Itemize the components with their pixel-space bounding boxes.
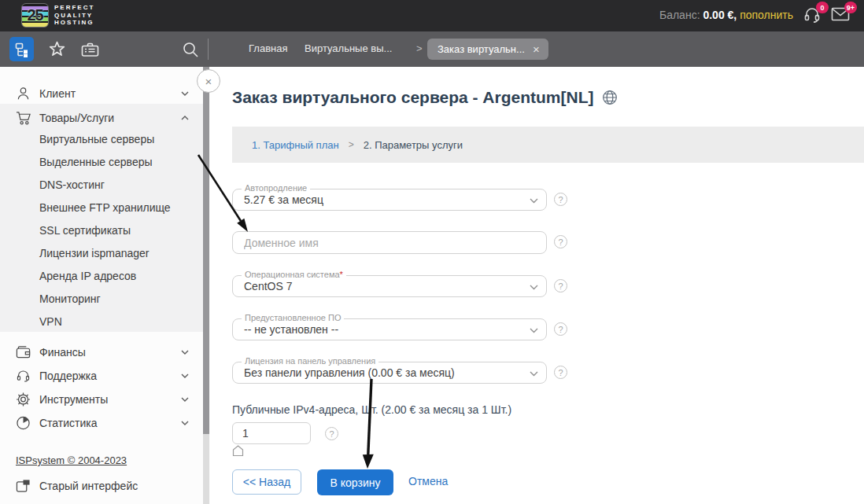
sidebar-item-client[interactable]: Клиент — [0, 82, 203, 105]
old-interface-icon — [16, 479, 31, 493]
sidebar-item-tools[interactable]: Инструменты — [0, 388, 203, 411]
favorites-star-icon[interactable] — [45, 37, 69, 61]
sidebar-item-dedicated-servers[interactable]: Выделенные серверы — [0, 150, 203, 173]
step-chevron-icon: > — [349, 139, 354, 150]
back-button[interactable]: << Назад — [232, 469, 301, 495]
domain-name-input[interactable] — [232, 231, 547, 254]
tab-close-icon[interactable]: × — [533, 43, 540, 55]
gear-icon — [16, 392, 31, 407]
support-headset-icon[interactable]: 0 — [803, 6, 823, 26]
ipv4-count-input[interactable] — [232, 422, 311, 444]
sidebar-item-label: Клиент — [39, 87, 76, 100]
chevron-down-icon — [181, 91, 189, 96]
autorenew-help-icon[interactable]: ? — [554, 193, 567, 206]
sidebar-item-monitoring[interactable]: Мониторинг — [0, 287, 203, 310]
tab-chevron-icon: > — [416, 42, 423, 54]
sidebar-item-finance[interactable]: Финансы — [0, 340, 203, 364]
add-to-cart-button[interactable]: В корзину — [317, 469, 393, 495]
mail-badge: 9+ — [844, 2, 857, 13]
cart-icon — [16, 111, 32, 126]
tab-virtual-servers[interactable]: Виртуальные вы... — [305, 42, 392, 54]
software-value: -- не установлен -- — [244, 319, 524, 340]
logo-number: 25 — [22, 4, 48, 27]
tab-order-active[interactable]: Заказ виртуальн... × — [427, 39, 548, 60]
ipv4-slider-handle[interactable] — [232, 445, 244, 457]
wallet-icon — [16, 345, 31, 359]
ispsystem-copyright-link[interactable]: ISPsystem © 2004-2023 — [16, 454, 127, 466]
globe-icon — [602, 90, 618, 105]
autorenew-select[interactable]: Автопродление 5.27 € за месяц — [232, 189, 547, 211]
order-steps: 1. Тарифный план > 2. Параметры услуги — [232, 127, 864, 163]
balance-label: Баланс: — [659, 9, 700, 21]
page-title: Заказ виртуального сервера - Argentum[NL… — [232, 88, 618, 107]
sidebar-item-vpn[interactable]: VPN — [0, 310, 203, 333]
top-bar: 25 PERFECT QUALITY HOSTING Баланс: 0.00 … — [0, 0, 864, 31]
menu-tree-button[interactable] — [9, 37, 34, 61]
main-content: Заказ виртуального сервера - Argentum[NL… — [210, 67, 864, 504]
sidebar-item-virtual-servers[interactable]: Виртуальные серверы — [0, 127, 203, 150]
cancel-link[interactable]: Отмена — [408, 475, 448, 487]
ipv4-help-icon[interactable]: ? — [325, 427, 338, 440]
sidebar-item-old-interface[interactable]: Старый интерфейс — [0, 474, 203, 498]
mail-icon[interactable]: 9+ — [831, 6, 851, 26]
domain-help-icon[interactable]: ? — [554, 235, 567, 248]
step-params-label: 2. Параметры услуги — [364, 139, 463, 151]
license-select[interactable]: Лицензия на панель управления Без панели… — [232, 362, 547, 384]
sidebar-collapse-button[interactable]: × — [197, 69, 220, 93]
software-help-icon[interactable]: ? — [554, 322, 567, 336]
chevron-down-icon — [181, 373, 189, 378]
license-help-icon[interactable]: ? — [554, 366, 567, 379]
chevron-down-icon — [530, 328, 538, 333]
chevron-down-icon — [181, 397, 189, 402]
sidebar-item-ispmanager-licenses[interactable]: Лицензии ispmanager — [0, 241, 203, 264]
chevron-down-icon — [530, 371, 538, 377]
chevron-up-icon — [181, 116, 189, 120]
software-select[interactable]: Предустановленное ПО -- не установлен -- — [232, 318, 547, 340]
chevron-down-icon — [181, 350, 189, 355]
chevron-down-icon — [530, 285, 538, 290]
sidebar-scrollbar[interactable] — [203, 67, 209, 504]
logo-text: PERFECT QUALITY HOSTING — [54, 4, 94, 27]
pie-chart-icon — [16, 416, 31, 431]
license-value: Без панели управления (0.00 € за месяц) — [244, 362, 524, 384]
sidebar: Клиент Товары/Услуги Виртуальные серверы… — [0, 67, 210, 504]
tab-home[interactable]: Главная — [249, 42, 287, 54]
search-icon[interactable] — [178, 37, 202, 61]
support-badge: 0 — [816, 2, 829, 13]
os-select[interactable]: Операционная система* CentOS 7 — [232, 275, 547, 297]
toolbar-divider — [208, 39, 209, 60]
step-tariff-link[interactable]: 1. Тарифный план — [252, 139, 339, 151]
user-icon — [16, 86, 31, 101]
os-value: CentOS 7 — [244, 276, 524, 297]
briefcase-icon[interactable] — [78, 37, 102, 61]
billing-panel-page: 25 PERFECT QUALITY HOSTING Баланс: 0.00 … — [0, 0, 864, 504]
tab-order-label: Заказ виртуальн... — [438, 43, 525, 55]
sidebar-item-products[interactable]: Товары/Услуги — [0, 106, 203, 130]
headset-icon — [16, 369, 31, 384]
logo-icon: 25 — [21, 3, 49, 28]
sidebar-item-ftp-storage[interactable]: Внешнее FTP хранилище — [0, 196, 203, 219]
chevron-down-icon — [530, 198, 538, 204]
sidebar-item-label: Товары/Услуги — [39, 112, 114, 124]
sidebar-scrollbar-thumb[interactable] — [203, 67, 209, 434]
sidebar-item-dns-hosting[interactable]: DNS-хостинг — [0, 173, 203, 196]
topup-link[interactable]: пополнить — [740, 9, 793, 21]
autorenew-value: 5.27 € за месяц — [244, 189, 524, 211]
toolbar: Главная Виртуальные вы... > Заказ виртуа… — [0, 31, 864, 67]
sidebar-item-ip-rent[interactable]: Аренда IP адресов — [0, 264, 203, 287]
os-help-icon[interactable]: ? — [554, 279, 567, 292]
balance-area: Баланс: 0.00 €, пополнить — [659, 9, 793, 21]
balance-value: 0.00 €, — [703, 9, 737, 21]
ipv4-count-label: Публичные IPv4-адреса, Шт. (2.00 € за ме… — [232, 403, 511, 416]
company-logo: 25 PERFECT QUALITY HOSTING — [21, 3, 94, 28]
sidebar-item-ssl-certificates[interactable]: SSL сертификаты — [0, 219, 203, 241]
sidebar-item-support[interactable]: Поддержка — [0, 364, 203, 388]
chevron-down-icon — [181, 421, 189, 425]
sidebar-item-statistics[interactable]: Статистика — [0, 411, 203, 435]
